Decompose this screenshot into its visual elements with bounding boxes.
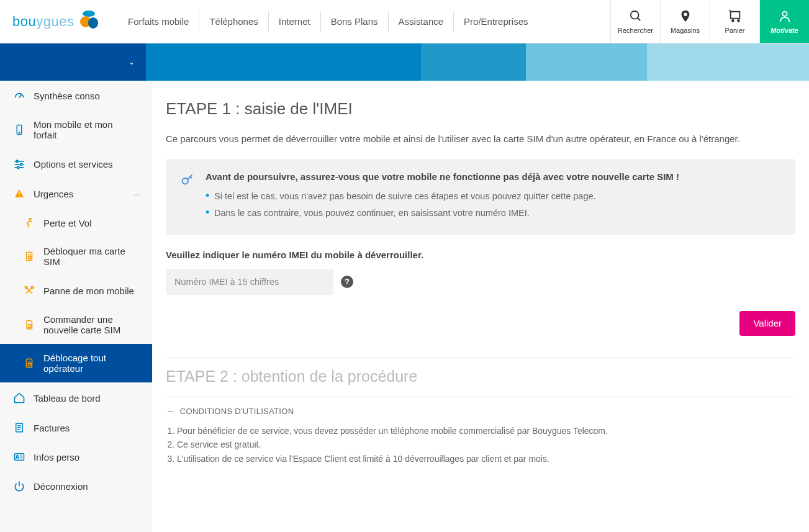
nav-forfaits[interactable]: Forfaits mobile <box>118 11 199 32</box>
sidebar-item-dashboard[interactable]: Tableau de bord <box>0 383 152 413</box>
svg-rect-29 <box>15 454 24 461</box>
invoice-icon <box>11 422 27 434</box>
warning-box: Avant de poursuivre, assurez-vous que vo… <box>166 159 795 235</box>
nav-telephones[interactable]: Téléphones <box>199 11 268 32</box>
condition-item: Pour bénéficier de ce service, vous deve… <box>177 425 795 438</box>
id-icon <box>11 451 27 462</box>
top-header: bouygues Forfaits mobile Téléphones Inte… <box>0 0 809 43</box>
sidebar-label: Options et services <box>34 159 113 169</box>
svg-point-7 <box>738 19 739 21</box>
svg-rect-5 <box>730 11 739 18</box>
primary-nav: Forfaits mobile Téléphones Internet Bons… <box>118 11 610 32</box>
logo-swirl-icon <box>78 9 100 34</box>
condition-item: L'utilisation de ce service via l'Espace… <box>177 453 795 466</box>
line-selector[interactable]: ⌄ <box>0 43 152 81</box>
key-icon <box>181 173 194 222</box>
sim-card-icon <box>21 318 37 331</box>
sidebar-item-urgences[interactable]: Urgences ︿ <box>0 179 152 209</box>
sidebar-label: Commander une nouvelle carte SIM <box>43 314 130 335</box>
sim-lock-icon <box>21 250 37 263</box>
tools-icon <box>21 284 37 297</box>
page-color-band: ⌄ <box>0 43 809 81</box>
sidebar-item-logout[interactable]: Déconnexion <box>0 471 152 501</box>
chevron-down-icon: ⌄ <box>129 58 135 66</box>
logo[interactable]: bouygues <box>0 9 118 34</box>
cart-button[interactable]: Panier <box>710 0 759 43</box>
phone-icon <box>11 124 27 136</box>
sliders-icon <box>11 158 27 170</box>
conditions-toggle[interactable]: − CONDITIONS D'UTILISATION <box>166 397 795 425</box>
sidebar-item-infos-perso[interactable]: Infos perso <box>0 443 152 471</box>
cart-icon <box>728 9 743 27</box>
cart-label: Panier <box>725 27 745 34</box>
sidebar-sub-order-sim[interactable]: Commander une nouvelle carte SIM <box>0 305 152 344</box>
minus-icon: − <box>167 406 174 417</box>
run-icon <box>21 217 37 228</box>
sidebar-label: Urgences <box>34 189 73 199</box>
svg-point-18 <box>29 219 31 220</box>
nav-assistance[interactable]: Assistance <box>389 11 454 32</box>
conditions-accordion: − CONDITIONS D'UTILISATION Pour bénéfici… <box>166 397 795 466</box>
search-button[interactable]: Rechercher <box>610 0 660 43</box>
imei-input[interactable] <box>166 269 333 295</box>
sidebar-label: Mon mobile et mon forfait <box>34 119 127 140</box>
nav-pro[interactable]: Pro/Entreprises <box>454 11 538 32</box>
step2-section: ETAPE 2 : obtention de la procédure <box>166 357 795 385</box>
sidebar-label: Déblocage tout opérateur <box>43 353 130 374</box>
svg-point-6 <box>731 19 733 21</box>
sidebar-sub-perte-vol[interactable]: Perte et Vol <box>0 209 152 237</box>
pin-icon <box>679 9 692 27</box>
sidebar-sub-debloquer-sim[interactable]: Débloquer ma carte SIM <box>0 237 152 276</box>
sidebar-item-mobile-forfait[interactable]: Mon mobile et mon forfait <box>0 110 152 149</box>
sidebar-item-options[interactable]: Options et services <box>0 149 152 179</box>
svg-point-2 <box>88 17 98 29</box>
sidebar: Synthèse conso Mon mobile et mon forfait… <box>0 81 152 532</box>
step2-title: ETAPE 2 : obtention de la procédure <box>166 367 795 385</box>
svg-rect-20 <box>29 256 32 259</box>
unlock-phone-icon <box>21 357 37 369</box>
sidebar-sub-deblocage-operateur[interactable]: Déblocage tout opérateur <box>0 344 152 382</box>
sidebar-label: Tableau de bord <box>34 393 101 404</box>
logo-text: bouygues <box>12 14 74 30</box>
svg-point-16 <box>20 163 22 165</box>
sidebar-sub-panne[interactable]: Panne de mon mobile <box>0 276 152 305</box>
stores-label: Magasins <box>671 27 700 34</box>
person-icon <box>778 9 792 27</box>
conditions-heading: CONDITIONS D'UTILISATION <box>180 407 294 416</box>
sidebar-label: Factures <box>34 423 70 433</box>
warning-bullet: Dans le cas contraire, vous pouvez conti… <box>206 205 780 222</box>
warning-bullet: Si tel est le cas, vous n'avez pas besoi… <box>206 188 780 205</box>
power-icon <box>11 480 27 492</box>
home-icon <box>11 392 27 404</box>
nav-internet[interactable]: Internet <box>269 11 321 32</box>
account-label: Motivate <box>771 27 798 34</box>
step1-title: ETAPE 1 : saisie de l'IMEI <box>166 99 795 119</box>
header-actions: Rechercher Magasins Panier Motivate <box>610 0 809 43</box>
imei-label: Veuillez indiquer le numéro IMEI du mobi… <box>166 250 795 260</box>
svg-point-15 <box>16 160 18 162</box>
warning-icon <box>11 187 27 200</box>
conditions-body: Pour bénéficier de ce service, vous deve… <box>166 425 795 466</box>
validate-button[interactable]: Valider <box>739 311 795 336</box>
svg-point-8 <box>782 11 787 16</box>
svg-point-0 <box>83 11 95 17</box>
sidebar-label: Synthèse conso <box>34 91 100 101</box>
nav-bonsplans[interactable]: Bons Plans <box>321 11 389 32</box>
search-icon <box>629 9 643 27</box>
account-button[interactable]: Motivate <box>759 0 809 43</box>
sidebar-label: Débloquer ma carte SIM <box>43 246 130 267</box>
chevron-up-icon: ︿ <box>133 189 141 199</box>
svg-line-4 <box>637 17 640 20</box>
warning-title: Avant de poursuivre, assurez-vous que vo… <box>206 171 780 182</box>
svg-point-3 <box>630 11 638 19</box>
sidebar-label: Infos perso <box>34 452 79 462</box>
stores-button[interactable]: Magasins <box>660 0 710 43</box>
svg-line-9 <box>19 94 21 97</box>
sidebar-item-invoices[interactable]: Factures <box>0 413 152 443</box>
help-icon[interactable]: ? <box>341 276 353 288</box>
sidebar-label: Déconnexion <box>34 481 88 492</box>
sidebar-item-synthese[interactable]: Synthèse conso <box>0 81 152 110</box>
sidebar-label: Panne de mon mobile <box>43 286 134 296</box>
svg-point-11 <box>19 132 20 133</box>
main-content: ETAPE 1 : saisie de l'IMEI Ce parcours v… <box>152 81 809 532</box>
